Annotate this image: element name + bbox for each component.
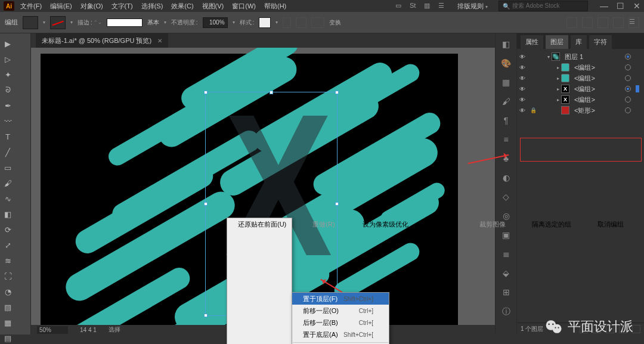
panel-tab-layers[interactable]: 图层	[546, 35, 568, 49]
shaper-tool[interactable]: ∿	[1, 191, 15, 206]
color-palette-icon[interactable]: 🎨	[501, 58, 512, 69]
menu-type[interactable]: 文字(T)	[112, 2, 133, 11]
visibility-toggle-icon[interactable]: 👁	[518, 107, 527, 114]
context-menu-item[interactable]: 取消编组	[587, 218, 639, 230]
recolor-icon[interactable]	[283, 17, 291, 28]
target-icon[interactable]	[625, 64, 631, 70]
layer-row[interactable]: 👁▾图层 1	[518, 51, 643, 62]
stroke-palette-icon[interactable]: ≡	[501, 135, 512, 145]
disclosure-icon[interactable]: ▸	[555, 76, 561, 81]
stroke-profile[interactable]	[107, 18, 143, 27]
layer-name-label[interactable]: <编组>	[574, 85, 623, 94]
disclosure-icon[interactable]: ▸	[555, 65, 561, 70]
target-icon[interactable]	[625, 54, 631, 60]
target-icon[interactable]	[625, 107, 631, 113]
paragraph-palette-icon[interactable]: ¶	[501, 116, 512, 126]
disclosure-icon[interactable]: ▸	[555, 86, 561, 92]
opacity-input[interactable]: 100%	[203, 17, 228, 28]
editmode-icon[interactable]	[582, 17, 593, 28]
window-close-button[interactable]: ✕	[633, 2, 640, 10]
rotate-tool[interactable]: ⟳	[1, 222, 15, 237]
menu-file[interactable]: 文件(F)	[20, 2, 42, 11]
transform-label[interactable]: 变换	[329, 18, 341, 27]
align-icon[interactable]	[296, 17, 306, 28]
target-icon[interactable]	[625, 86, 631, 92]
context-menu-item[interactable]: 后移一层(B)Ctrl+[	[292, 317, 389, 328]
free-transform-tool[interactable]: ⛶	[1, 269, 15, 283]
graphic-styles-palette-icon[interactable]: ▣	[501, 230, 512, 241]
panel-menu-icon[interactable]: ☰	[628, 17, 639, 28]
style-swatch[interactable]	[259, 17, 271, 28]
selection-tool[interactable]: ▶	[1, 36, 15, 51]
gradient-palette-icon[interactable]: ◐	[501, 173, 512, 184]
target-icon[interactable]	[625, 75, 631, 81]
perspective-tool[interactable]: ▧	[1, 300, 15, 314]
visibility-toggle-icon[interactable]: 👁	[518, 75, 527, 82]
layer-name-label[interactable]: <编组>	[574, 74, 623, 83]
align-palette-icon[interactable]: ≣	[501, 249, 512, 260]
properties-palette-icon[interactable]: ◧	[501, 39, 512, 50]
shape-builder-tool[interactable]: ◔	[1, 284, 15, 299]
context-menu-item[interactable]: 置于顶层(F)Shift+Ctrl+]	[292, 293, 389, 305]
curvature-tool[interactable]: 〰	[1, 114, 15, 128]
transparency-palette-icon[interactable]: ◇	[501, 192, 512, 203]
window-minimize-button[interactable]: —	[600, 2, 607, 10]
layer-name-label[interactable]: <矩形>	[574, 106, 623, 115]
panel-group-icon[interactable]	[597, 17, 608, 28]
fill-swatch[interactable]	[23, 16, 38, 29]
menu-object[interactable]: 对象(O)	[80, 2, 103, 11]
layer-row[interactable]: 👁▸X<编组>	[518, 83, 643, 94]
layer-row[interactable]: 👁▸X<编组>	[518, 94, 643, 105]
panel-tab-properties[interactable]: 属性	[521, 35, 543, 49]
workspace-switcher[interactable]: 排版规则 ▾	[457, 2, 488, 11]
panel-tab-libraries[interactable]: 库	[571, 35, 587, 49]
menu-help[interactable]: 帮助(H)	[264, 2, 286, 11]
pen-tool[interactable]: ✒	[1, 98, 15, 113]
scale-tool[interactable]: ⤢	[1, 238, 15, 252]
layer-row[interactable]: 👁🔒 <矩形>	[518, 105, 643, 116]
layer-row[interactable]: 👁▸<编组>	[518, 62, 643, 73]
context-menu-item[interactable]: 透视▶	[424, 218, 467, 230]
document-tab-close-icon[interactable]: ✕	[157, 38, 162, 44]
panel-stack-icon[interactable]	[613, 17, 624, 28]
visibility-toggle-icon[interactable]: 👁	[518, 64, 527, 71]
eraser-tool[interactable]: ◧	[1, 207, 15, 221]
stroke-label[interactable]: 描边: ⌃⌄	[78, 18, 102, 27]
menu-effect[interactable]: 效果(C)	[171, 2, 193, 11]
layer-row[interactable]: 👁▸<编组>	[518, 73, 643, 83]
context-menu-item[interactable]: 置于底层(A)Shift+Ctrl+[	[292, 328, 389, 340]
context-menu-item[interactable]: 还原贴在前面(U)	[227, 218, 302, 230]
isolate-icon[interactable]	[566, 17, 577, 28]
layer-name-label[interactable]: <编组>	[574, 95, 623, 104]
visibility-toggle-icon[interactable]: 👁	[518, 86, 527, 92]
paintbrush-tool[interactable]: 🖌	[1, 176, 15, 190]
document-tab[interactable]: 未标题-1.ai* @ 50% (RGB/GPU 预览) ✕	[36, 33, 168, 48]
direct-selection-tool[interactable]: ▷	[1, 52, 15, 66]
disclosure-icon[interactable]: ▾	[546, 54, 552, 60]
context-menu-item[interactable]: 设为像素级优化	[352, 218, 424, 230]
width-tool[interactable]: ≋	[1, 253, 15, 268]
layer-name-label[interactable]: <编组>	[574, 63, 623, 72]
visibility-toggle-icon[interactable]: 👁	[518, 97, 527, 103]
lock-toggle-icon[interactable]: 🔒	[529, 107, 537, 113]
context-menu-item[interactable]: 变换▶	[640, 218, 644, 230]
brushes-palette-icon[interactable]: 🖌	[501, 97, 512, 107]
target-icon[interactable]	[625, 97, 631, 103]
info-palette-icon[interactable]: ⓘ	[501, 306, 512, 317]
magic-wand-tool[interactable]: ✦	[1, 67, 15, 82]
menu-select[interactable]: 选择(S)	[141, 2, 163, 11]
titlebar-icon-4[interactable]: ☰	[438, 2, 447, 10]
titlebar-icon-3[interactable]: ▥	[424, 2, 432, 10]
menu-window[interactable]: 窗口(W)	[232, 2, 256, 11]
disclosure-icon[interactable]: ▸	[555, 97, 561, 103]
layer-name-label[interactable]: 图层 1	[565, 52, 623, 61]
stock-search-input[interactable]: 🔍 搜索 Adobe Stock	[499, 1, 588, 11]
delete-layer-icon[interactable]	[632, 325, 640, 333]
titlebar-icon-2[interactable]: St	[410, 2, 418, 10]
visibility-toggle-icon[interactable]: 👁	[518, 54, 527, 60]
zoom-level-input[interactable]: 50%	[37, 326, 68, 334]
swatches-palette-icon[interactable]: ▦	[501, 78, 512, 88]
gradient-tool[interactable]: ▤	[1, 331, 15, 344]
transform-palette-icon[interactable]: ⊞	[501, 287, 512, 298]
artboard-nav[interactable]: 14 4 1	[80, 327, 97, 333]
